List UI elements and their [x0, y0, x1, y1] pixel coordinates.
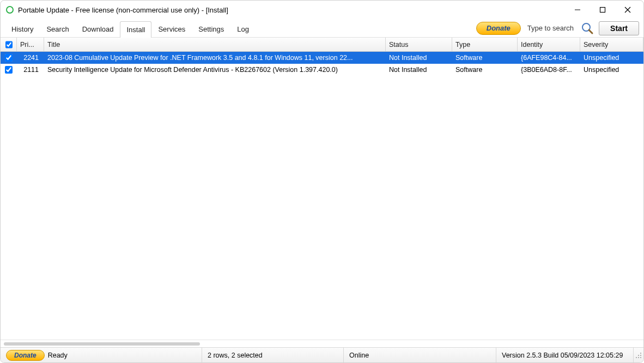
svg-line-3	[625, 7, 630, 13]
close-icon	[624, 7, 631, 13]
row-checkbox[interactable]	[5, 54, 13, 62]
tab-log[interactable]: Log	[230, 21, 256, 37]
tab-strip: History Search Download Install Services…	[5, 19, 256, 37]
svg-point-6	[640, 357, 641, 358]
close-button[interactable]	[615, 2, 640, 18]
tab-search[interactable]: Search	[40, 21, 75, 37]
cell-priority: 2111	[17, 64, 44, 76]
cell-identity: {3B0E6AD8-8F...	[518, 64, 580, 76]
column-header-severity[interactable]: Severity	[580, 38, 643, 51]
app-window: Portable Update - Free license (non-comm…	[0, 0, 644, 363]
resize-grip[interactable]	[634, 351, 643, 360]
tab-services[interactable]: Services	[151, 21, 192, 37]
cell-status: Not Installed	[386, 52, 452, 64]
status-state: Ready	[48, 352, 68, 359]
svg-point-9	[636, 357, 637, 358]
table-row[interactable]: 2241 2023-08 Cumulative Update Preview f…	[1, 52, 643, 64]
svg-line-5	[589, 30, 592, 33]
column-header-checkbox[interactable]	[1, 38, 17, 51]
cell-status: Not Installed	[386, 64, 452, 76]
cell-identity: {6AFE98C4-84...	[518, 52, 580, 64]
status-connection: Online	[349, 352, 369, 359]
maximize-icon	[599, 7, 606, 13]
status-summary: 2 rows, 2 selected	[208, 352, 263, 359]
window-title: Portable Update - Free license (non-comm…	[18, 6, 228, 14]
svg-point-8	[640, 355, 641, 356]
donate-button[interactable]: Donate	[476, 22, 521, 35]
svg-point-10	[638, 355, 639, 356]
cell-type: Software	[452, 52, 518, 64]
search-icon[interactable]	[580, 21, 594, 35]
svg-point-7	[638, 357, 639, 358]
column-header-priority[interactable]: Pri...	[17, 38, 44, 51]
grid-header: Pri... Title Status Type Identity Severi…	[1, 38, 643, 52]
tab-install[interactable]: Install	[120, 21, 151, 38]
table-row[interactable]: 2111 Security Intelligence Update for Mi…	[1, 64, 643, 76]
cell-severity: Unspecified	[580, 64, 643, 76]
row-checkbox[interactable]	[5, 66, 13, 74]
cell-type: Software	[452, 64, 518, 76]
cell-title: 2023-08 Cumulative Update Preview for .N…	[44, 52, 386, 64]
cell-title: Security Intelligence Update for Microso…	[44, 64, 386, 76]
maximize-button[interactable]	[590, 2, 615, 18]
tab-history[interactable]: History	[5, 21, 40, 37]
cell-severity: Unspecified	[580, 52, 643, 64]
minimize-button[interactable]	[565, 2, 590, 18]
start-button[interactable]: Start	[599, 21, 639, 35]
select-all-checkbox[interactable]	[5, 41, 13, 49]
toolbar: History Search Download Install Services…	[1, 19, 643, 38]
cell-priority: 2241	[17, 52, 44, 64]
column-header-identity[interactable]: Identity	[518, 38, 580, 51]
column-header-title[interactable]: Title	[44, 38, 386, 51]
column-header-type[interactable]: Type	[452, 38, 518, 51]
tab-settings[interactable]: Settings	[192, 21, 230, 37]
column-header-status[interactable]: Status	[386, 38, 452, 51]
statusbar: Donate Ready 2 rows, 2 selected Online V…	[1, 347, 643, 362]
svg-line-2	[625, 7, 630, 13]
tab-download[interactable]: Download	[76, 21, 120, 37]
titlebar: Portable Update - Free license (non-comm…	[1, 1, 643, 19]
horizontal-scrollbar[interactable]	[1, 340, 643, 347]
grid-body: 2241 2023-08 Cumulative Update Preview f…	[1, 52, 643, 340]
minimize-icon	[574, 7, 581, 13]
search-placeholder-label[interactable]: Type to search	[527, 24, 574, 32]
app-icon	[6, 6, 14, 14]
svg-rect-1	[600, 8, 605, 13]
svg-point-11	[640, 353, 641, 354]
status-version: Version 2.5.3 Build 05/09/2023 12:05:29	[502, 352, 623, 359]
donate-button-statusbar[interactable]: Donate	[6, 350, 45, 361]
scrollbar-thumb[interactable]	[4, 342, 200, 346]
resize-grip-icon	[635, 352, 642, 359]
